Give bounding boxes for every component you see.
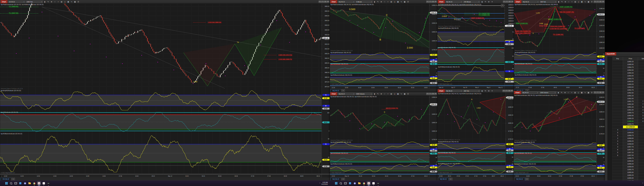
price-axis[interactable]: 704064.903021.77 — [596, 141, 605, 152]
price-cell[interactable]: 11959.75 — [623, 123, 638, 126]
price-axis[interactable]: 704031.563020.14 — [504, 27, 514, 47]
indicator-panel-plot[interactable]: hpcHSIIndicator (ES 06-22) — [0, 111, 322, 133]
price-panel-plot[interactable]: D1.618▲▲▼▼▲▲▲▼hpcPatternsIndicator (NQ 0… — [438, 92, 506, 141]
price-axis[interactable]: 11980.0011960.0011940.0011920.0011900.00… — [596, 4, 605, 52]
buy-size-cell[interactable] — [612, 117, 623, 120]
buy-size-cell[interactable]: 6 — [612, 148, 623, 151]
close-button[interactable]: ✕ — [434, 93, 437, 95]
price-cell[interactable]: 11963.75 — [623, 77, 638, 80]
start-button[interactable] — [334, 181, 338, 185]
minimize-button[interactable]: – — [321, 1, 324, 3]
price-cell[interactable]: 11956.00 — [623, 165, 638, 168]
sell-size-cell[interactable]: 4 — [638, 120, 644, 123]
price-cell[interactable]: 11964.25 — [623, 71, 638, 74]
chart-style-icon[interactable]: ▮ — [373, 1, 376, 3]
drawing-tools-icon[interactable]: ✎ — [47, 1, 50, 3]
interval-selector[interactable]: 5000 Volume∨ — [356, 92, 372, 95]
instrument-selector[interactable]: NQ 06-22∨ — [446, 1, 462, 3]
indicator-panel-plot[interactable]: hpcAmpRSIIndicator (NQ 06-22) — [514, 141, 596, 152]
sell-size-cell[interactable] — [638, 177, 644, 179]
buy-size-cell[interactable] — [612, 111, 623, 114]
instrument-selector[interactable]: NQ 06-22∨ — [446, 90, 462, 92]
sell-size-cell[interactable] — [638, 77, 644, 80]
search-button[interactable] — [339, 181, 343, 185]
drawing-tools-icon[interactable]: ✎ — [561, 1, 563, 3]
indicator-panel-plot[interactable]: hpcHSIIndicator (NQ 06-22) — [330, 63, 429, 74]
price-axis[interactable]: 80407061.8028.96 — [429, 163, 438, 174]
price-cell[interactable]: 11958.75 — [623, 134, 638, 137]
indicator-panel-plot[interactable]: hpcHSIIndicator (NQ 06-22) — [514, 152, 596, 163]
indicator-panel-plot[interactable]: hpcAmpRSIIndicator (NQ 06-22) — [514, 51, 596, 63]
sse-button[interactable]: sse — [376, 181, 380, 185]
minimize-button[interactable]: – — [429, 1, 432, 3]
buy-size-cell[interactable] — [612, 162, 623, 165]
buy-size-cell[interactable] — [612, 97, 623, 100]
indicator-panel-plot[interactable]: hpcHSIIndicator (NQ 06-22) — [438, 46, 504, 66]
zoom-out-icon[interactable]: ⊖ — [567, 1, 570, 3]
indicators-icon[interactable]: ▦ — [580, 91, 583, 94]
add-tab-button[interactable]: + — [342, 89, 345, 92]
close-button[interactable]: ✕ — [602, 1, 604, 3]
start-button[interactable] — [4, 181, 8, 185]
sell-size-cell[interactable] — [638, 128, 644, 131]
zoom-in-icon[interactable]: ⊕ — [488, 1, 490, 3]
sell-size-cell[interactable] — [638, 134, 644, 137]
drawing-tools-icon[interactable]: ✎ — [376, 93, 379, 95]
buy-size-cell[interactable] — [612, 103, 623, 106]
tab-instrument[interactable]: ES 06-22 — [1, 178, 11, 180]
price-cell[interactable]: 11959.00 — [623, 131, 638, 134]
strategies-icon[interactable]: ∿ — [400, 1, 403, 3]
price-cell[interactable]: 11957.75 — [623, 145, 638, 148]
buy-size-cell[interactable] — [612, 91, 623, 94]
tray-chevron-icon[interactable]: ^ — [642, 182, 643, 184]
indicator-panel-plot[interactable]: hpcHSIIndicator (NQ 06-22) — [514, 63, 596, 74]
position-price-cell[interactable]: (1) 11959.50 — [623, 126, 638, 128]
instrument-selector[interactable]: NQ 06-22∨ — [338, 1, 355, 3]
zoom-in-icon[interactable]: ⊕ — [50, 1, 53, 3]
instrument-selector[interactable]: ES 06-22∨ — [8, 1, 25, 3]
file-explorer-button[interactable] — [28, 181, 32, 185]
panel-toggle-button[interactable]: ▪ — [503, 1, 506, 3]
chat-button[interactable] — [23, 181, 27, 185]
buy-size-cell[interactable] — [612, 171, 623, 174]
buy-size-cell[interactable] — [612, 71, 623, 74]
price-cell[interactable]: 11960.50 — [623, 114, 638, 117]
indicator-panel-plot[interactable]: hpcAmpRSIIndicator (ES 06-22) — [0, 89, 322, 111]
best-bid-cell[interactable]: 11959.25 — [623, 128, 638, 131]
properties-icon[interactable]: ☰ — [590, 1, 593, 3]
indicator-panel-plot[interactable]: hpcHSIIndicator (NQ 06-22) — [438, 152, 506, 163]
buy-size-cell[interactable] — [612, 83, 623, 86]
sell-size-cell[interactable] — [638, 71, 644, 74]
price-axis[interactable]: 80407038.4527.52 — [322, 133, 330, 174]
close-button[interactable]: ✕ — [511, 90, 513, 92]
indicators-icon[interactable]: ▦ — [580, 1, 583, 3]
buy-size-cell[interactable]: 6 — [612, 154, 623, 157]
indicator-panel-plot[interactable]: hpcRSIBammIndicator (ES 06-22)© 2022 Nin… — [0, 133, 322, 174]
sell-size-cell[interactable] — [638, 143, 644, 145]
buy-size-cell[interactable] — [612, 114, 623, 117]
chart-style-icon[interactable]: ▮ — [557, 1, 560, 3]
indicator-panel-plot[interactable]: hpcRSIBammIndicator (NQ 06-22)© 2022 Nin… — [514, 163, 596, 174]
buy-size-cell[interactable] — [612, 123, 623, 126]
templates-icon[interactable]: ▩ — [587, 1, 590, 3]
sell-size-cell[interactable] — [638, 88, 644, 91]
sell-size-cell[interactable] — [638, 126, 644, 128]
price-axis[interactable]: 10050088.40 — [429, 63, 438, 74]
task-view-button[interactable] — [14, 181, 18, 185]
minimize-button[interactable]: – — [429, 93, 432, 95]
price-cell[interactable]: 11964.50 — [623, 69, 638, 71]
buy-size-cell[interactable] — [612, 69, 623, 71]
sell-size-cell[interactable] — [638, 83, 644, 86]
price-axis[interactable]: 704069.913023.08 — [506, 141, 514, 152]
price-cell[interactable]: 11965.25 — [623, 60, 638, 63]
sell-size-cell[interactable]: 7 — [638, 100, 644, 103]
maximize-button[interactable]: ❏ — [508, 90, 510, 92]
indicator-panel-plot[interactable]: hpcRSIBammIndicator (NQ 06-22)© 2022 Nin… — [438, 66, 504, 85]
sell-size-cell[interactable] — [638, 154, 644, 157]
properties-icon[interactable]: ☰ — [406, 93, 409, 95]
taskbar-clock[interactable]: 8:20 AM5/12/2022 — [322, 181, 328, 185]
buy-size-cell[interactable] — [612, 77, 623, 80]
search-button[interactable] — [9, 181, 13, 185]
sell-size-cell[interactable]: 3 — [638, 109, 644, 111]
add-tab-button[interactable]: + — [525, 178, 529, 180]
